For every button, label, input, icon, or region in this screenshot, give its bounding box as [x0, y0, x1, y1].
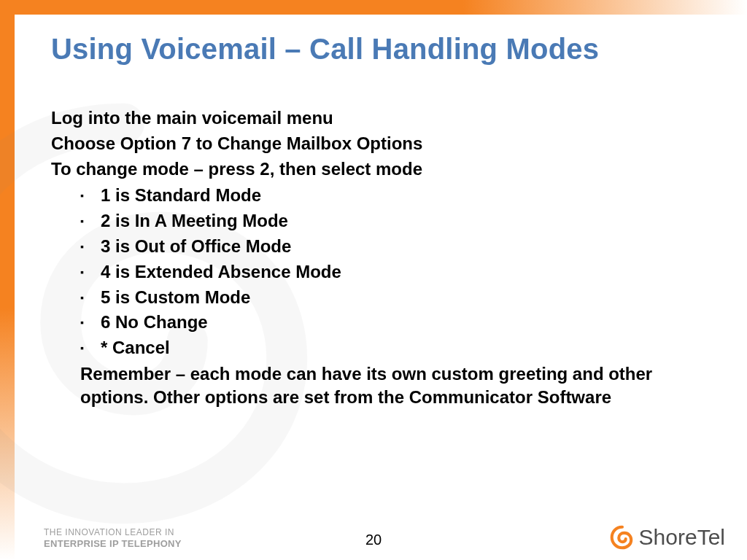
mode-item: 4 is Extended Absence Mode [80, 260, 718, 285]
intro-block: Log into the main voicemail menu Choose … [51, 106, 718, 182]
tagline-line-1: THE INNOVATION LEADER IN [44, 527, 182, 538]
slide-content: Using Voicemail – Call Handling Modes Lo… [51, 33, 718, 410]
tagline-line-2: ENTERPRISE IP TELEPHONY [44, 538, 182, 550]
border-top [0, 0, 747, 15]
mode-item: 1 is Standard Mode [80, 183, 718, 209]
remember-text: Remember – each mode can have its own cu… [80, 362, 693, 410]
footer: THE INNOVATION LEADER IN ENTERPRISE IP T… [44, 513, 725, 550]
slide-title: Using Voicemail – Call Handling Modes [51, 33, 718, 66]
border-left [0, 0, 15, 560]
brand-name: ShoreTel [639, 525, 725, 550]
mode-item: 3 is Out of Office Mode [80, 234, 718, 260]
mode-item: * Cancel [80, 335, 718, 361]
mode-item: 2 is In A Meeting Mode [80, 209, 718, 234]
remember-block: Remember – each mode can have its own cu… [51, 362, 693, 410]
modes-list: 1 is Standard Mode 2 is In A Meeting Mod… [80, 183, 718, 361]
swirl-icon [610, 525, 635, 550]
tagline: THE INNOVATION LEADER IN ENTERPRISE IP T… [44, 527, 182, 550]
intro-line-3: To change mode – press 2, then select mo… [51, 157, 718, 182]
mode-item: 5 is Custom Mode [80, 285, 718, 311]
brand-logo: ShoreTel [610, 525, 725, 550]
intro-line-2: Choose Option 7 to Change Mailbox Option… [51, 131, 718, 157]
intro-line-1: Log into the main voicemail menu [51, 106, 718, 131]
mode-item: 6 No Change [80, 310, 718, 335]
